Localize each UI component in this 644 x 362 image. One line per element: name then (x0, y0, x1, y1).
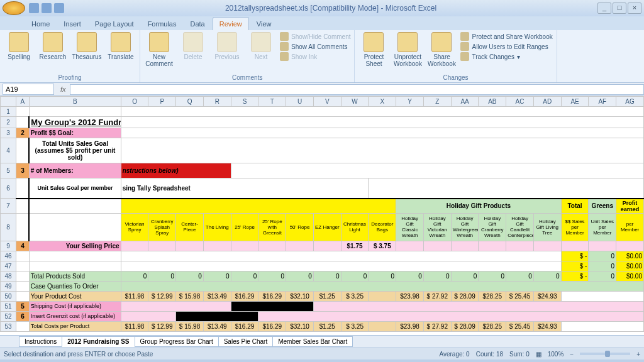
formula-bar: fx (0, 83, 644, 96)
title-bar: 2012tallyspreadsheet.xls [Compatibility … (0, 0, 644, 16)
show-all-comments-button[interactable]: Show All Comments (280, 42, 350, 51)
sheet-tab-bar: Instructions 2012 Fundraising SS Group P… (0, 335, 644, 348)
name-box[interactable] (3, 84, 54, 95)
previous-comment-button[interactable]: Previous (212, 32, 242, 60)
sheet-tab-group-progress[interactable]: Group Progress Bar Chart (135, 336, 219, 347)
tab-view[interactable]: View (250, 18, 278, 30)
research-button[interactable]: Research (38, 32, 68, 60)
sheet-tab-member-sales[interactable]: Member Sales Bar Chart (272, 336, 353, 347)
new-comment-button[interactable]: New Comment (144, 32, 174, 67)
total-units-label[interactable]: Total Units Sales Goal (assumes $5 profi… (29, 138, 121, 163)
sheet-tab-instructions[interactable]: Instructions (19, 336, 62, 347)
minimize-button[interactable]: _ (597, 3, 611, 14)
undo-icon[interactable] (42, 3, 52, 13)
window-title: 2012tallyspreadsheet.xls [Compatibility … (64, 4, 597, 13)
allow-edit-ranges-button[interactable]: Allow Users to Edit Ranges (460, 42, 552, 51)
office-button[interactable] (3, 1, 25, 15)
formula-input[interactable] (70, 84, 644, 95)
close-button[interactable]: × (628, 3, 641, 14)
ribbon-tabs: Home Insert Page Layout Formulas Data Re… (0, 16, 644, 30)
status-message: Select destination and press ENTER or ch… (4, 351, 439, 358)
view-normal-icon[interactable]: ▦ (536, 351, 541, 358)
tab-insert[interactable]: Insert (57, 18, 87, 30)
tab-review[interactable]: Review (213, 17, 249, 30)
unprotect-workbook-button[interactable]: Unprotect Workbook (392, 32, 423, 67)
quick-access-toolbar (29, 3, 64, 13)
share-workbook-button[interactable]: Share Workbook (426, 32, 457, 67)
spreadsheet-grid[interactable]: AB OPQRSTUVWXYZAAABACADAEAFAG 1 2My Grou… (0, 96, 644, 335)
show-hide-comment-button[interactable]: Show/Hide Comment (280, 32, 350, 41)
status-sum: Sum: 0 (509, 351, 530, 358)
next-comment-button[interactable]: Next (246, 32, 276, 60)
sheet-tab-2012[interactable]: 2012 Fundraising SS (62, 336, 135, 347)
ribbon-group-comments: New Comment Delete Previous Next Show/Hi… (140, 30, 355, 82)
fx-icon[interactable]: fx (60, 85, 66, 93)
ribbon-group-changes: Protect Sheet Unprotect Workbook Share W… (355, 30, 557, 82)
status-bar: Select destination and press ENTER or ch… (0, 348, 644, 359)
instructions-cell[interactable]: nstructions below) (121, 163, 231, 178)
title-cell[interactable]: My Group's 2012 Fundraising (29, 117, 121, 128)
save-icon[interactable] (29, 3, 39, 13)
protect-sheet-button[interactable]: Protect Sheet (358, 32, 389, 67)
profit-goal-label[interactable]: Profit $$ Goal: (29, 128, 121, 138)
tab-data[interactable]: Data (184, 18, 211, 30)
big-title[interactable]: sing Tally Spreadsheet (121, 178, 369, 199)
members-label[interactable]: # of Members: (29, 163, 121, 178)
protect-share-button[interactable]: Protect and Share Workbook (460, 32, 552, 41)
restore-button[interactable]: □ (613, 3, 626, 14)
zoom-level[interactable]: 100% (548, 351, 564, 358)
tab-home[interactable]: Home (25, 18, 56, 30)
delete-comment-button[interactable]: Delete (178, 32, 208, 60)
tab-formulas[interactable]: Formulas (142, 18, 183, 30)
holiday-header[interactable]: Holiday Gift Products (396, 199, 562, 214)
track-changes-button[interactable]: Track Changes ▾ (460, 52, 552, 61)
status-count: Count: 18 (476, 351, 503, 358)
translate-button[interactable]: Translate (106, 32, 136, 60)
zoom-slider[interactable] (580, 353, 630, 355)
selling-price-label[interactable]: Your Selling Price (29, 241, 121, 251)
tab-page-layout[interactable]: Page Layout (89, 18, 140, 30)
redo-icon[interactable] (54, 3, 64, 13)
status-average: Average: 0 (439, 351, 469, 358)
sheet-tab-sales-pie[interactable]: Sales Pie Chart (218, 336, 273, 347)
ribbon: Spelling Research Thesaurus Translate Pr… (0, 30, 644, 83)
column-headers: AB OPQRSTUVWXYZAAABACADAEAFAG (1, 97, 644, 107)
ribbon-group-proofing: Spelling Research Thesaurus Translate Pr… (0, 30, 140, 82)
thesaurus-button[interactable]: Thesaurus (72, 32, 102, 60)
show-ink-button[interactable]: Show Ink (280, 52, 350, 61)
spelling-button[interactable]: Spelling (4, 32, 34, 60)
